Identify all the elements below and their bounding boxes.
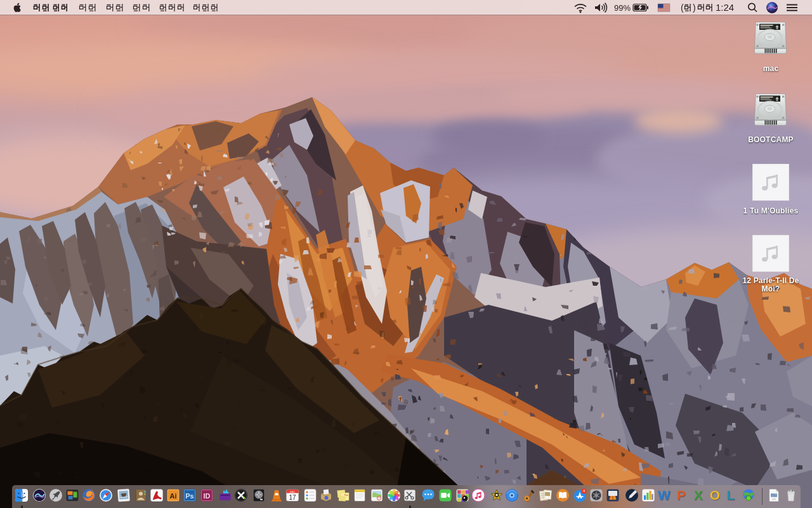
svg-text:99%: 99% (614, 3, 631, 13)
svg-text:1:24: 1:24 (716, 2, 734, 13)
svg-text:4: 4 (582, 489, 584, 493)
svg-text:Ai: Ai (169, 492, 176, 500)
svg-text:): ) (693, 3, 696, 13)
svg-text:X: X (693, 488, 702, 502)
svg-text:17: 17 (289, 493, 296, 500)
svg-text:DEC: DEC (289, 490, 295, 493)
svg-text:L: L (727, 488, 735, 502)
svg-text:Ps: Ps (185, 492, 193, 500)
svg-text:W: W (658, 488, 671, 502)
svg-text:ID: ID (204, 492, 211, 500)
svg-text:(: ( (681, 3, 684, 13)
svg-text:O: O (709, 488, 719, 502)
svg-text:Plan: Plan (344, 494, 348, 497)
svg-text:P: P (677, 488, 686, 502)
